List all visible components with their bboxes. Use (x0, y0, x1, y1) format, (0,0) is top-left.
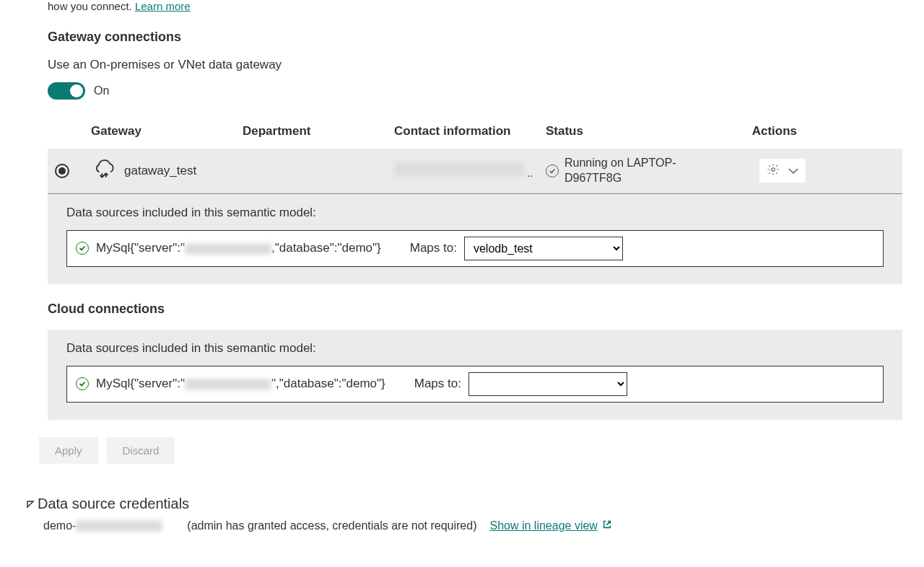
gateway-name: gataway_test (124, 164, 196, 178)
maps-to-label: Maps to: (410, 241, 457, 255)
intro-prefix: how you connect. (48, 0, 132, 12)
creds-note: (admin has granted access, credentials a… (187, 519, 476, 532)
col-gateway: Gateway (91, 124, 243, 139)
svg-point-0 (772, 168, 775, 172)
cloud-datasources-panel: Data sources included in this semantic m… (48, 330, 902, 420)
gateway-icon (91, 158, 117, 183)
cloud-ds-row: MySql{"server":"","database":"demo"} Map… (66, 366, 884, 403)
learn-more-link[interactable]: Learn more (135, 0, 191, 12)
credentials-title: Data source credentials (38, 496, 189, 512)
intro-text: how you connect. Learn more (48, 0, 902, 12)
server-redacted (185, 243, 271, 255)
gateway-table-header: Gateway Department Contact information S… (48, 118, 902, 149)
gateway-status: Running on LAPTOP-D967TF8G (565, 156, 726, 186)
gateway-maps-select[interactable]: velodb_test (464, 237, 623, 260)
maps-to-label: Maps to: (414, 377, 461, 391)
status-ok-icon (546, 164, 559, 177)
cloud-connections-section: Cloud connections Data sources included … (48, 302, 902, 420)
gateway-datasources-panel: Data sources included in this semantic m… (48, 194, 902, 284)
col-contact: Contact information (394, 124, 546, 139)
collapse-icon[interactable] (26, 496, 35, 512)
success-check-icon (76, 242, 89, 255)
chevron-down-icon[interactable] (788, 164, 798, 177)
gateway-subtitle: Use an On-premises or VNet data gateway (48, 58, 902, 72)
server-redacted (185, 379, 271, 390)
creds-name: demo- (43, 519, 162, 532)
col-department: Department (243, 124, 394, 139)
gateway-ds-row: MySql{"server":","database":"demo"} Maps… (66, 230, 884, 267)
gateway-radio[interactable] (55, 164, 69, 178)
creds-name-redacted (76, 520, 162, 532)
cloud-maps-select[interactable] (468, 372, 627, 396)
external-link-icon (602, 519, 612, 532)
gateway-row: gataway_test .. Running on LAPTOP-D967TF… (48, 149, 902, 194)
gateway-ds-title: Data sources included in this semantic m… (66, 206, 884, 220)
cloud-ds-title: Data sources included in this semantic m… (66, 341, 884, 356)
lineage-link[interactable]: Show in lineage view (489, 519, 611, 532)
gear-icon[interactable] (767, 163, 780, 178)
gateway-title: Gateway connections (48, 30, 902, 45)
cloud-ds-source: MySql{"server":"","database":"demo"} (96, 377, 385, 391)
gateway-toggle-label: On (94, 84, 109, 97)
gateway-connections-section: Gateway connections Use an On-premises o… (48, 30, 902, 284)
credentials-section: Data source credentials demo- (admin has… (26, 496, 902, 532)
gateway-toggle[interactable] (48, 82, 85, 100)
apply-button[interactable]: Apply (39, 437, 98, 464)
gateway-ds-source: MySql{"server":","database":"demo"} (96, 241, 381, 255)
cloud-title: Cloud connections (48, 302, 902, 317)
discard-button[interactable]: Discard (107, 437, 175, 464)
contact-redacted (394, 162, 524, 177)
col-actions: Actions (726, 124, 820, 139)
svg-marker-1 (27, 501, 33, 507)
col-status: Status (546, 124, 726, 139)
success-check-icon (76, 377, 89, 390)
